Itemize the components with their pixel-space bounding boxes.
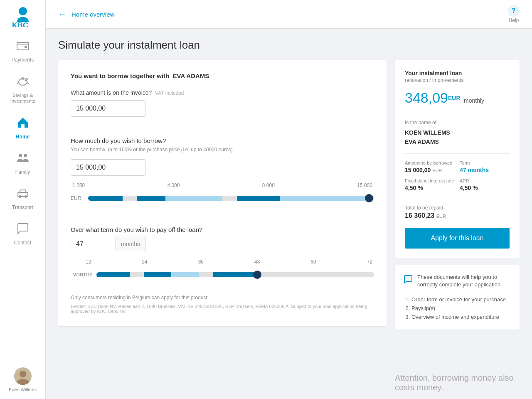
doc-item-3: Overview of income and expenditure (411, 313, 511, 321)
doc-item-2: Payslip(s) (411, 304, 511, 313)
docs-description: These documents will help you to correct… (417, 273, 511, 288)
sidebar-item-transport[interactable]: Transport (0, 181, 45, 216)
interest-label: Fixed debet interest rate (405, 178, 455, 183)
two-col-layout: You want to borrow together with EVA ADA… (58, 60, 520, 330)
svg-point-0 (19, 7, 27, 15)
invoice-amount-input[interactable]: EUR (71, 100, 145, 117)
borrow-amount-label: How much do you wish to borrow? (71, 137, 374, 144)
footer-legal: Lender: KBC Bank NV, Havenlaan 2, 1080 B… (71, 304, 374, 314)
loan-summary: Your instalment loan renovation / improv… (395, 60, 520, 259)
borrow-amount-input[interactable]: EUR (71, 159, 145, 176)
chat-bubble-icon (403, 274, 413, 286)
borrow-with-name: EVA ADAMS (173, 72, 209, 79)
back-nav-label: Home overview (71, 11, 114, 18)
sidebar-item-family[interactable]: Family (0, 145, 45, 181)
back-arrow-icon: ← (58, 10, 66, 19)
sidebar-item-payments-label: Payments (12, 57, 34, 63)
interest-value: 4,50 % (405, 185, 455, 191)
wallet-icon (16, 39, 30, 55)
term-slider-unit: MONTHS (71, 272, 92, 277)
borrow-amount-subtitle: You can borrow up to 100% of the purchas… (71, 147, 374, 153)
monthly-label: monthly (464, 97, 484, 104)
car-icon (16, 187, 30, 203)
sidebar: KBC Payments Savings & Investments Home (0, 0, 46, 399)
vat-label: VAT included (155, 90, 184, 96)
svg-rect-3 (25, 46, 27, 48)
svg-rect-2 (17, 42, 29, 50)
sidebar-item-savings[interactable]: Savings & Investments (0, 69, 45, 110)
monthly-payment-display: 348,09EUR monthly (405, 90, 510, 106)
help-label: Help (509, 17, 519, 23)
monthly-currency: EUR (448, 95, 461, 101)
term-value-right: 47 months (460, 167, 510, 173)
amount-slider-thumb[interactable] (365, 194, 373, 202)
invoice-amount-field[interactable] (71, 101, 145, 116)
borrow-amount-field[interactable] (71, 160, 145, 175)
sidebar-item-home[interactable]: Home (0, 110, 45, 145)
summary-term-item: Term 47 months (460, 160, 510, 173)
in-name-of-label: in the name of (405, 120, 510, 126)
term-slider-thumb[interactable] (253, 271, 261, 279)
term-slider-row: MONTHS (71, 267, 374, 282)
borrow-with-text: You want to borrow together with EVA ADA… (71, 72, 374, 79)
loan-form-panel: You want to borrow together with EVA ADA… (58, 60, 387, 326)
apr-label: APR (460, 178, 510, 183)
term-field[interactable] (71, 236, 116, 252)
svg-point-11 (25, 195, 27, 198)
summary-grid: Amount to be borrowed 15 000,00 EUR Term… (405, 160, 510, 191)
svg-point-13 (20, 371, 26, 377)
family-icon (16, 151, 30, 167)
apply-button[interactable]: Apply for this loan (405, 228, 510, 249)
docs-header: These documents will help you to correct… (403, 273, 511, 288)
documents-panel: These documents will help you to correct… (395, 265, 520, 330)
svg-point-7 (19, 154, 22, 157)
borrowing-warning: Attention, borrowing money also costs mo… (395, 373, 520, 392)
page-title: Simulate your instalment loan (58, 39, 520, 52)
amount-value: 15 000,00 EUR (405, 167, 455, 173)
term-input[interactable]: months (71, 236, 145, 252)
user-avatar[interactable]: Koen Willems (5, 361, 40, 399)
borrower-name1: KOEN WILLEMS (405, 128, 510, 137)
term-label-right: Term (460, 160, 510, 165)
main-content: ← Home overview ? Help Simulate your ins… (46, 0, 532, 399)
back-nav[interactable]: ← Home overview (58, 10, 114, 19)
svg-point-8 (24, 154, 27, 157)
content-area: Simulate your instalment loan You want t… (46, 29, 532, 367)
summary-apr-item: APR 4,50 % (460, 178, 510, 191)
help-icon: ? (508, 5, 520, 17)
amount-slider-unit: EUR (71, 195, 84, 201)
amount-label: Amount to be borrowed (405, 160, 455, 165)
docs-list: Order form or invoice for your purchase … (403, 295, 511, 321)
apr-value: 4,50 % (460, 185, 510, 191)
sidebar-item-payments[interactable]: Payments (0, 33, 45, 69)
summary-amount-item: Amount to be borrowed 15 000,00 EUR (405, 160, 455, 173)
right-panel: Your instalment loan renovation / improv… (395, 60, 520, 330)
help-button[interactable]: ? Help (508, 5, 520, 23)
kbc-logo[interactable]: KBC (6, 4, 39, 29)
amount-slider-track[interactable] (88, 191, 374, 206)
footer-note: Only consumers residing in Belgium can a… (71, 295, 374, 300)
house-icon (16, 116, 30, 132)
term-slider-track[interactable] (96, 267, 374, 282)
chat-icon (16, 222, 30, 238)
sidebar-item-contact[interactable]: Contact (0, 216, 45, 251)
piggy-icon (16, 74, 30, 91)
months-label: months (116, 236, 145, 251)
user-name-label: Koen Willems (9, 387, 37, 392)
borrower-name2: EVA ADAMS (405, 137, 510, 146)
total-repaid: Total to be repaid 16 360,23 EUR (405, 205, 510, 219)
header: ← Home overview ? Help (46, 0, 532, 29)
sidebar-item-savings-label: Savings & Investments (3, 92, 42, 104)
amount-slider-labels: 1 250 4 000 8 000 15 000 (71, 182, 374, 188)
term-slider-labels: 12 24 36 48 60 72 (71, 259, 374, 265)
svg-point-10 (19, 195, 21, 198)
svg-text:KBC: KBC (12, 21, 28, 27)
svg-point-5 (25, 80, 26, 81)
summary-title: Your instalment loan (405, 70, 510, 76)
sidebar-item-contact-label: Contact (14, 240, 31, 246)
summary-interest-item: Fixed debet interest rate 4,50 % (405, 178, 455, 191)
doc-item-1: Order form or invoice for your purchase (411, 295, 511, 304)
term-label: Over what term do you wish to pay off th… (71, 226, 374, 233)
total-value: 16 360,23 EUR (405, 212, 510, 219)
amount-slider-row: EUR (71, 191, 374, 206)
